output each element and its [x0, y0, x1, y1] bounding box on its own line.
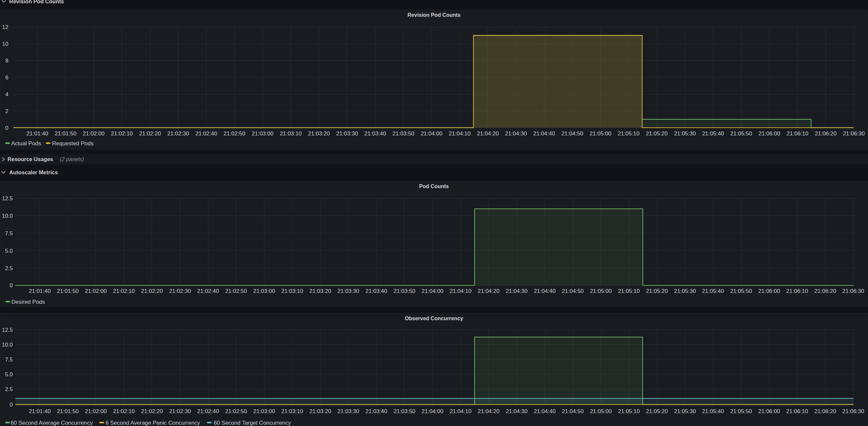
svg-text:21:06:00: 21:06:00: [758, 288, 780, 294]
svg-text:6 Second Average Panic Concurr: 6 Second Average Panic Concurrency: [105, 419, 200, 426]
svg-text:21:03:10: 21:03:10: [281, 288, 303, 294]
svg-text:21:04:00: 21:04:00: [422, 408, 443, 414]
svg-text:21:02:00: 21:02:00: [85, 408, 107, 414]
svg-text:21:02:50: 21:02:50: [223, 130, 245, 136]
svg-text:21:02:10: 21:02:10: [113, 288, 135, 294]
svg-text:21:04:40: 21:04:40: [534, 408, 556, 414]
svg-text:7.5: 7.5: [5, 356, 13, 362]
svg-text:21:04:20: 21:04:20: [478, 288, 499, 294]
svg-text:21:02:20: 21:02:20: [141, 288, 163, 294]
svg-text:21:03:50: 21:03:50: [394, 408, 415, 414]
svg-text:21:01:50: 21:01:50: [55, 130, 76, 136]
svg-text:21:03:20: 21:03:20: [309, 408, 331, 414]
svg-text:5.0: 5.0: [5, 248, 13, 254]
svg-text:21:04:10: 21:04:10: [450, 408, 471, 414]
svg-text:21:03:30: 21:03:30: [338, 288, 359, 294]
svg-text:21:05:30: 21:05:30: [674, 408, 696, 414]
svg-text:0: 0: [9, 401, 12, 407]
svg-text:21:03:40: 21:03:40: [364, 130, 386, 136]
svg-text:0: 0: [5, 125, 8, 131]
svg-text:Requested Pods: Requested Pods: [52, 140, 94, 146]
svg-text:21:02:20: 21:02:20: [141, 408, 163, 414]
svg-text:7.5: 7.5: [5, 230, 13, 236]
svg-text:21:02:50: 21:02:50: [225, 408, 247, 414]
svg-text:12.5: 12.5: [2, 327, 13, 333]
svg-text:21:04:30: 21:04:30: [506, 408, 527, 414]
svg-text:21:02:30: 21:02:30: [167, 130, 189, 136]
svg-text:21:01:40: 21:01:40: [26, 130, 48, 136]
svg-text:21:05:40: 21:05:40: [702, 288, 724, 294]
svg-text:21:06:10: 21:06:10: [786, 408, 808, 414]
svg-text:0: 0: [9, 282, 12, 289]
svg-text:21:05:40: 21:05:40: [702, 408, 724, 414]
svg-text:21:05:50: 21:05:50: [730, 130, 752, 136]
svg-text:21:03:00: 21:03:00: [253, 408, 275, 414]
svg-text:21:04:50: 21:04:50: [561, 130, 583, 136]
svg-text:21:02:40: 21:02:40: [197, 288, 219, 294]
svg-text:21:05:00: 21:05:00: [590, 408, 612, 414]
svg-text:21:05:10: 21:05:10: [618, 288, 640, 294]
svg-text:60 Second Target Concurrency: 60 Second Target Concurrency: [214, 419, 291, 426]
svg-text:21:02:10: 21:02:10: [111, 130, 133, 136]
svg-text:21:06:10: 21:06:10: [786, 288, 808, 294]
svg-text:21:06:10: 21:06:10: [786, 130, 808, 136]
svg-text:21:03:40: 21:03:40: [366, 288, 388, 294]
svg-text:21:02:10: 21:02:10: [113, 408, 135, 414]
svg-text:21:03:30: 21:03:30: [336, 130, 358, 136]
svg-text:10: 10: [2, 41, 8, 47]
svg-text:12: 12: [2, 24, 8, 30]
svg-text:21:01:40: 21:01:40: [29, 408, 51, 414]
svg-text:21:03:20: 21:03:20: [308, 130, 330, 136]
svg-text:21:03:00: 21:03:00: [253, 288, 275, 294]
svg-text:21:06:20: 21:06:20: [814, 408, 836, 414]
svg-text:21:01:50: 21:01:50: [57, 288, 79, 294]
svg-text:21:04:20: 21:04:20: [478, 408, 499, 414]
svg-text:21:03:50: 21:03:50: [394, 288, 415, 294]
svg-text:21:04:20: 21:04:20: [477, 130, 499, 136]
svg-text:21:05:50: 21:05:50: [730, 288, 752, 294]
svg-text:21:04:40: 21:04:40: [533, 130, 555, 136]
svg-text:21:02:30: 21:02:30: [169, 408, 191, 414]
svg-text:21:03:10: 21:03:10: [281, 408, 303, 414]
svg-text:21:06:30: 21:06:30: [843, 130, 865, 136]
svg-text:21:05:30: 21:05:30: [674, 130, 696, 136]
svg-text:21:02:30: 21:02:30: [169, 288, 191, 294]
svg-text:2.5: 2.5: [5, 386, 13, 392]
svg-text:21:06:20: 21:06:20: [814, 288, 836, 294]
svg-text:21:02:50: 21:02:50: [225, 288, 247, 294]
svg-text:21:04:30: 21:04:30: [505, 130, 527, 136]
svg-text:21:06:20: 21:06:20: [815, 130, 837, 136]
svg-text:5.0: 5.0: [5, 371, 13, 377]
svg-text:21:05:20: 21:05:20: [646, 130, 668, 136]
svg-text:21:05:00: 21:05:00: [590, 288, 612, 294]
svg-text:10.0: 10.0: [2, 212, 13, 219]
svg-text:21:05:10: 21:05:10: [618, 130, 640, 136]
svg-text:Actual Pods: Actual Pods: [11, 140, 41, 146]
svg-text:21:01:50: 21:01:50: [57, 408, 79, 414]
svg-text:21:02:00: 21:02:00: [83, 130, 104, 136]
svg-text:2.5: 2.5: [5, 265, 13, 271]
svg-text:21:03:40: 21:03:40: [366, 408, 388, 414]
svg-text:21:04:30: 21:04:30: [506, 288, 527, 294]
svg-text:21:03:50: 21:03:50: [393, 130, 414, 136]
svg-text:6: 6: [5, 74, 8, 80]
svg-text:21:05:30: 21:05:30: [674, 288, 696, 294]
svg-text:21:04:10: 21:04:10: [449, 130, 470, 136]
svg-text:21:01:40: 21:01:40: [29, 288, 51, 294]
svg-text:60 Second Average Concurrency: 60 Second Average Concurrency: [10, 419, 93, 426]
svg-text:21:02:40: 21:02:40: [195, 130, 217, 136]
svg-text:21:05:00: 21:05:00: [589, 130, 611, 136]
svg-text:21:06:30: 21:06:30: [842, 288, 864, 294]
svg-text:21:02:20: 21:02:20: [139, 130, 161, 136]
svg-text:21:05:20: 21:05:20: [646, 288, 668, 294]
svg-text:10.0: 10.0: [2, 341, 13, 348]
svg-text:21:03:30: 21:03:30: [338, 408, 359, 414]
svg-text:21:02:40: 21:02:40: [197, 408, 219, 414]
svg-text:21:04:00: 21:04:00: [422, 288, 443, 294]
svg-text:21:06:30: 21:06:30: [842, 408, 864, 414]
svg-text:21:03:20: 21:03:20: [309, 288, 331, 294]
svg-text:21:03:00: 21:03:00: [252, 130, 274, 136]
svg-text:21:04:50: 21:04:50: [562, 408, 584, 414]
svg-text:21:04:10: 21:04:10: [450, 288, 471, 294]
svg-text:21:05:50: 21:05:50: [730, 408, 752, 414]
